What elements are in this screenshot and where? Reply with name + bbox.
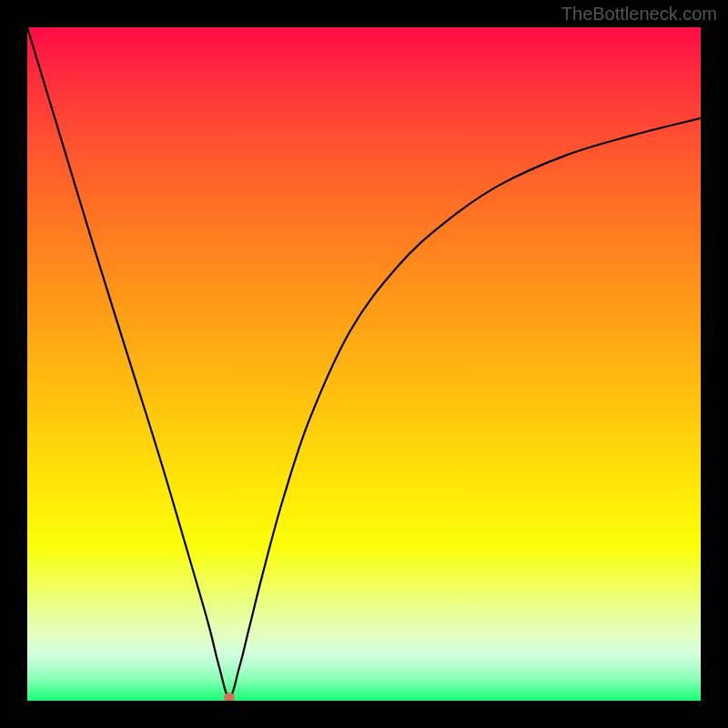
curve-svg bbox=[27, 27, 701, 701]
watermark-label: TheBottleneck.com bbox=[561, 4, 717, 25]
plot-area bbox=[27, 27, 701, 701]
curve-path bbox=[27, 27, 701, 697]
